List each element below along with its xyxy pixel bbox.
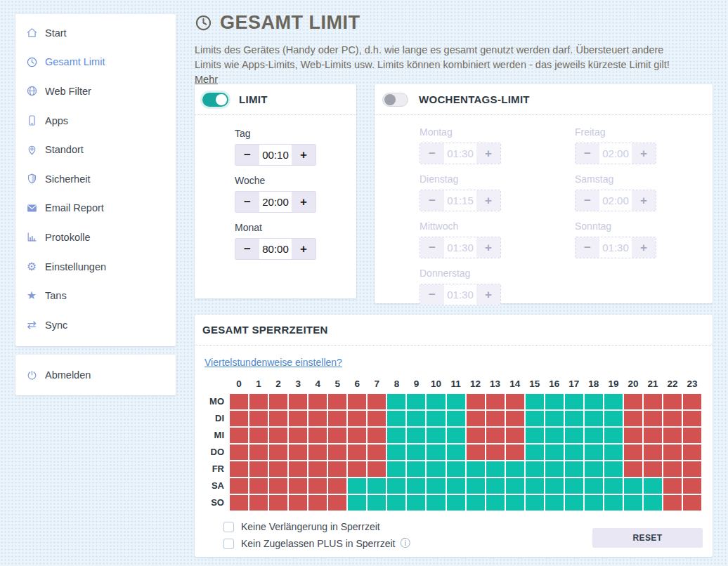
sperrzeit-cell-blocked[interactable]: [230, 428, 248, 443]
info-icon[interactable]: ⓘ: [400, 537, 410, 550]
sperrzeit-cell-blocked[interactable]: [230, 411, 248, 426]
sidebar-item-gesamt-limit[interactable]: Gesamt Limit: [15, 48, 176, 77]
sperrzeit-cell-blocked[interactable]: [249, 394, 268, 409]
sperrzeit-cell-blocked[interactable]: [506, 394, 524, 409]
sperrzeit-cell-blocked[interactable]: [368, 428, 386, 443]
sperrzeit-cell-allowed[interactable]: [565, 461, 583, 477]
sperrzeit-cell-blocked[interactable]: [683, 411, 701, 426]
sperrzeit-cell-blocked[interactable]: [644, 428, 662, 443]
sperrzeit-cell-blocked[interactable]: [644, 394, 662, 409]
sperrzeit-cell-blocked[interactable]: [269, 411, 287, 426]
sperrzeit-cell-blocked[interactable]: [230, 461, 248, 477]
sperrzeit-cell-blocked[interactable]: [269, 478, 287, 494]
sperrzeit-cell-blocked[interactable]: [328, 478, 346, 494]
sperrzeit-cell-blocked[interactable]: [624, 461, 642, 477]
sperrzeit-cell-allowed[interactable]: [486, 495, 505, 511]
sperrzeit-cell-allowed[interactable]: [427, 394, 445, 409]
sperrzeit-cell-blocked[interactable]: [644, 461, 662, 477]
sperrzeit-cell-allowed[interactable]: [526, 394, 544, 409]
sperrzeit-cell-allowed[interactable]: [526, 478, 544, 494]
sperrzeit-cell-allowed[interactable]: [427, 495, 445, 511]
sperrzeit-cell-blocked[interactable]: [368, 445, 386, 460]
sperrzeit-cell-allowed[interactable]: [644, 478, 662, 494]
sperrzeit-cell-blocked[interactable]: [348, 411, 366, 426]
sperrzeit-cell-blocked[interactable]: [486, 428, 505, 443]
sperrzeit-cell-allowed[interactable]: [467, 495, 485, 511]
sperrzeit-cell-blocked[interactable]: [308, 478, 327, 494]
sperrzeit-cell-blocked[interactable]: [348, 428, 366, 443]
sperrzeit-cell-allowed[interactable]: [407, 428, 425, 443]
sperrzeit-cell-blocked[interactable]: [506, 411, 524, 426]
sperrzeit-cell-blocked[interactable]: [249, 461, 268, 477]
sidebar-item-sync[interactable]: ⇄Sync: [15, 310, 176, 340]
sperrzeit-cell-blocked[interactable]: [348, 394, 366, 409]
sperrzeit-cell-allowed[interactable]: [585, 394, 603, 409]
sperrzeit-cell-allowed[interactable]: [565, 478, 583, 494]
sperrzeit-cell-blocked[interactable]: [289, 445, 307, 460]
sperrzeit-cell-blocked[interactable]: [663, 411, 682, 426]
sperrzeit-cell-allowed[interactable]: [506, 461, 524, 477]
sperrzeit-cell-allowed[interactable]: [427, 478, 445, 494]
sperrzeit-cell-allowed[interactable]: [624, 478, 642, 494]
sperrzeit-cell-allowed[interactable]: [447, 461, 465, 477]
sperrzeit-cell-blocked[interactable]: [308, 445, 327, 460]
sperrzeit-cell-allowed[interactable]: [565, 394, 583, 409]
sperrzeit-cell-blocked[interactable]: [467, 445, 485, 460]
sperrzeit-cell-allowed[interactable]: [545, 445, 564, 460]
sperrzeit-cell-blocked[interactable]: [289, 461, 307, 477]
sperrzeit-cell-allowed[interactable]: [526, 411, 544, 426]
sperrzeit-cell-allowed[interactable]: [585, 428, 603, 443]
sperrzeit-cell-allowed[interactable]: [604, 445, 623, 460]
sperrzeit-cell-blocked[interactable]: [308, 411, 327, 426]
increment-button[interactable]: +: [292, 192, 316, 212]
sidebar-item-tans[interactable]: ★Tans: [15, 281, 176, 310]
sperrzeit-cell-blocked[interactable]: [467, 394, 485, 409]
sperrzeit-cell-blocked[interactable]: [644, 445, 662, 460]
sperrzeit-cell-blocked[interactable]: [624, 394, 642, 409]
sperrzeit-cell-allowed[interactable]: [565, 495, 583, 511]
sperrzeit-cell-blocked[interactable]: [506, 428, 524, 443]
sperrzeit-cell-blocked[interactable]: [663, 445, 682, 460]
increment-button[interactable]: +: [292, 239, 316, 259]
sperrzeit-cell-blocked[interactable]: [486, 411, 505, 426]
sperrzeit-cell-blocked[interactable]: [506, 445, 524, 460]
sperrzeit-cell-blocked[interactable]: [308, 461, 327, 477]
sperrzeit-cell-allowed[interactable]: [545, 495, 564, 511]
sperrzeit-cell-allowed[interactable]: [387, 461, 405, 477]
sidebar-item-start[interactable]: Start: [15, 18, 176, 48]
sperrzeit-cell-allowed[interactable]: [565, 445, 583, 460]
sperrzeit-cell-allowed[interactable]: [506, 495, 524, 511]
sperrzeit-cell-allowed[interactable]: [604, 495, 623, 511]
sperrzeit-cell-blocked[interactable]: [289, 394, 307, 409]
sperrzeit-cell-blocked[interactable]: [308, 495, 327, 511]
sperrzeit-cell-allowed[interactable]: [604, 461, 623, 477]
sperrzeit-cell-blocked[interactable]: [230, 394, 248, 409]
sperrzeit-cell-allowed[interactable]: [545, 411, 564, 426]
sidebar-item-sicherheit[interactable]: Sicherheit: [15, 164, 176, 194]
sperrzeit-cell-allowed[interactable]: [387, 445, 405, 460]
sperrzeit-cell-blocked[interactable]: [368, 411, 386, 426]
sperrzeit-cell-blocked[interactable]: [328, 445, 346, 460]
sperrzeit-cell-blocked[interactable]: [624, 445, 642, 460]
sperrzeit-cell-blocked[interactable]: [328, 428, 346, 443]
sperrzeit-cell-allowed[interactable]: [387, 478, 405, 494]
sperrzeit-cell-blocked[interactable]: [249, 428, 268, 443]
sperrzeit-cell-allowed[interactable]: [348, 478, 366, 494]
sperrzeit-cell-blocked[interactable]: [249, 478, 268, 494]
checkbox[interactable]: [223, 539, 234, 549]
sperrzeit-cell-blocked[interactable]: [249, 495, 268, 511]
sperrzeit-cell-blocked[interactable]: [348, 445, 366, 460]
sperrzeit-cell-allowed[interactable]: [526, 495, 544, 511]
sperrzeit-cell-allowed[interactable]: [565, 411, 583, 426]
decrement-button[interactable]: −: [235, 239, 259, 259]
sperrzeit-cell-blocked[interactable]: [683, 428, 701, 443]
sperrzeit-cell-blocked[interactable]: [663, 495, 682, 511]
weekday-limit-toggle[interactable]: [382, 93, 408, 107]
sperrzeit-cell-allowed[interactable]: [604, 411, 623, 426]
sperrzeit-cell-blocked[interactable]: [663, 394, 682, 409]
sperrzeit-cell-allowed[interactable]: [644, 495, 662, 511]
sperrzeit-cell-blocked[interactable]: [486, 445, 505, 460]
sperrzeit-cell-allowed[interactable]: [604, 394, 623, 409]
sperrzeit-cell-blocked[interactable]: [683, 461, 701, 477]
sperrzeit-cell-allowed[interactable]: [585, 495, 603, 511]
